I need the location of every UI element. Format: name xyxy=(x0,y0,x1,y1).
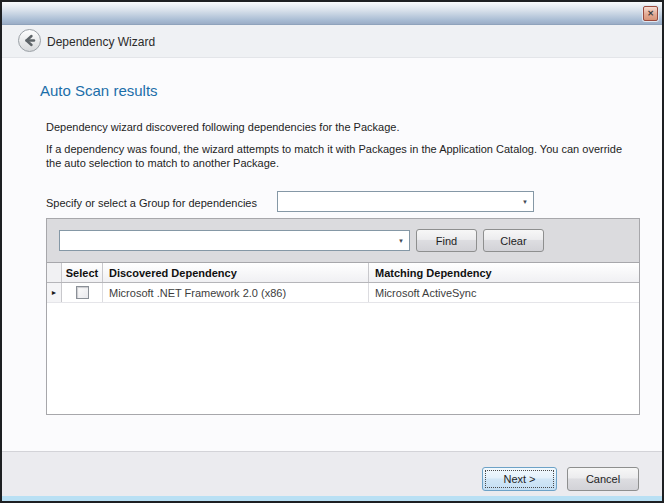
wizard-header: Dependency Wizard xyxy=(2,25,662,58)
clear-button[interactable]: Clear xyxy=(483,229,544,252)
titlebar: ✕ xyxy=(2,2,662,25)
grid-corner-cell xyxy=(47,263,62,282)
chevron-down-icon: ▼ xyxy=(522,199,528,205)
row-header-cell: ► xyxy=(47,283,62,302)
matching-dependency-cell: Microsoft ActiveSync xyxy=(369,283,639,302)
description-line-2: If a dependency was found, the wizard at… xyxy=(46,142,632,170)
description-line-1: Dependency wizard discovered following d… xyxy=(46,121,399,133)
column-header-matching-dependency[interactable]: Matching Dependency xyxy=(369,263,639,282)
table-row[interactable]: ► Microsoft .NET Framework 2.0 (x86) Mic… xyxy=(47,283,639,303)
dependency-wizard-window: ✕ Dependency Wizard Auto Scan results De… xyxy=(0,0,664,503)
discovered-dependency-cell: Microsoft .NET Framework 2.0 (x86) xyxy=(103,283,369,302)
close-button[interactable]: ✕ xyxy=(643,6,658,21)
arrow-left-icon xyxy=(23,34,36,47)
next-button[interactable]: Next > xyxy=(482,467,557,491)
grid-header-row: Select Discovered Dependency Matching De… xyxy=(47,263,639,283)
close-icon: ✕ xyxy=(647,9,654,18)
back-button[interactable] xyxy=(18,29,41,52)
window-bottom-glass-strip xyxy=(2,496,662,501)
select-cell xyxy=(62,283,103,302)
wizard-title: Dependency Wizard xyxy=(47,25,155,58)
select-checkbox[interactable] xyxy=(76,286,89,299)
search-combobox[interactable]: ▼ xyxy=(59,230,410,251)
page-title: Auto Scan results xyxy=(40,82,158,99)
column-header-select[interactable]: Select xyxy=(62,263,103,282)
chevron-down-icon: ▼ xyxy=(398,238,404,244)
cancel-button[interactable]: Cancel xyxy=(567,467,639,491)
column-header-discovered-dependency[interactable]: Discovered Dependency xyxy=(103,263,369,282)
find-button[interactable]: Find xyxy=(416,229,477,252)
dependencies-grid: Select Discovered Dependency Matching De… xyxy=(47,262,639,414)
row-selector-arrow-icon: ► xyxy=(51,289,58,296)
search-and-results-panel: ▼ Find Clear Select Discovered Dependenc… xyxy=(46,218,640,415)
group-combobox-label: Specify or select a Group for dependenci… xyxy=(46,197,257,209)
group-combobox[interactable]: ▼ xyxy=(277,191,534,212)
footer-bar: Next > Cancel xyxy=(2,451,662,496)
